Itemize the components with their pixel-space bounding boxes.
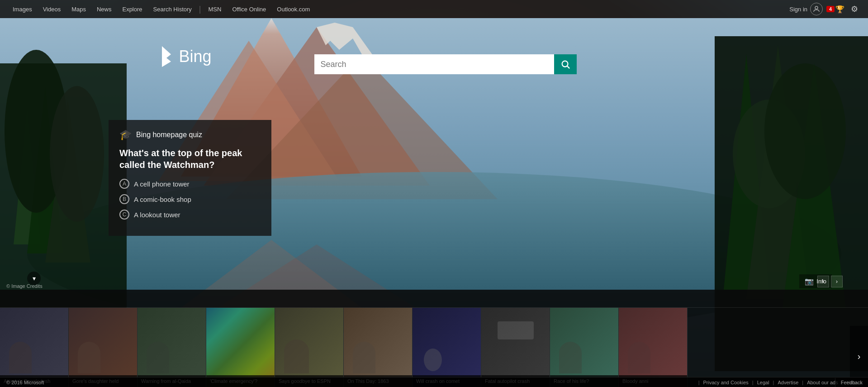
camera-icon: 📷: [805, 277, 814, 286]
option-c-text: A lookout tower: [134, 211, 180, 219]
search-input[interactable]: [314, 54, 554, 74]
option-b-circle: B: [119, 194, 129, 204]
user-icon: [810, 3, 823, 15]
nav-right: Sign in 4 🏆 ⚙: [789, 3, 861, 15]
search-area: Bing: [276, 54, 593, 74]
news-item-1[interactable]: Gore's daughter held: [69, 308, 138, 387]
news-item-8[interactable]: Race of his life?: [550, 308, 619, 387]
option-a-circle: A: [119, 179, 129, 189]
search-box: [314, 54, 577, 74]
news-item-2[interactable]: Warning from al-Qaida: [138, 308, 206, 387]
comet-shape: [424, 349, 442, 371]
option-a-text: A cell phone tower: [134, 180, 190, 188]
notification-icon: 🏆: [835, 5, 844, 14]
news-item-0[interactable]: Attack in Bangladesh: [0, 308, 69, 387]
thumb-silhouette: [284, 339, 309, 373]
strip-navigation: ‹ ›: [817, 276, 843, 287]
nav-divider: |: [199, 5, 201, 14]
svg-line-23: [567, 66, 569, 68]
image-credits[interactable]: © Image Credits: [6, 283, 43, 289]
svg-point-0: [815, 6, 818, 9]
news-item-7[interactable]: Fatal autopilot crash: [481, 308, 550, 387]
search-button[interactable]: [554, 54, 577, 74]
quiz-option-b[interactable]: B A comic-book shop: [119, 194, 261, 204]
nav-images[interactable]: Images: [7, 0, 38, 18]
quiz-title: Bing homepage quiz: [136, 131, 202, 139]
quiz-icon: 🎓: [119, 129, 132, 141]
news-item-9[interactable]: Bloody anni: [619, 308, 688, 387]
strip-prev-button[interactable]: ‹: [817, 276, 829, 287]
quiz-option-a[interactable]: A A cell phone tower: [119, 179, 261, 189]
thumb-silhouette: [9, 342, 32, 373]
top-navigation: Images Videos Maps News Explore Search H…: [0, 0, 868, 18]
svg-point-22: [562, 61, 568, 67]
thumb-silhouette: [353, 342, 375, 373]
nav-outlook[interactable]: Outlook.com: [271, 0, 315, 18]
bing-logo-text: Bing: [179, 47, 212, 66]
svg-point-19: [764, 63, 846, 199]
notification-count: 4: [826, 6, 835, 12]
page-footer: © 2016 Microsoft | Privacy and Cookies |…: [0, 377, 868, 387]
sign-in-button[interactable]: Sign in: [789, 3, 823, 15]
nav-news[interactable]: News: [91, 0, 117, 18]
footer-privacy[interactable]: Privacy and Cookies: [700, 380, 752, 385]
sign-in-label: Sign in: [789, 6, 807, 13]
news-item-4[interactable]: Says goodbye to ESPN: [275, 308, 344, 387]
bing-logo: Bing: [158, 45, 212, 68]
nav-search-history[interactable]: Search History: [148, 0, 197, 18]
footer-credits: © 2016 Microsoft: [6, 380, 44, 385]
nav-videos[interactable]: Videos: [38, 0, 66, 18]
nav-office[interactable]: Office Online: [227, 0, 271, 18]
nav-links-left: Images Videos Maps News Explore Search H…: [7, 0, 315, 18]
news-item-3[interactable]: 'Climate emergency'?: [206, 308, 275, 387]
footer-legal[interactable]: Legal: [754, 380, 773, 385]
thumb-silhouette: [147, 342, 169, 373]
quiz-option-c[interactable]: C A lookout tower: [119, 210, 261, 220]
notification-badge[interactable]: 4 🏆: [826, 5, 844, 14]
news-item-6[interactable]: Will crash on comet: [413, 308, 481, 387]
settings-button[interactable]: ⚙: [848, 4, 861, 14]
quiz-question: What's at the top of the peak called the…: [119, 147, 261, 171]
bing-logo-icon: [158, 45, 176, 68]
thumb-silhouette: [559, 342, 582, 373]
nav-msn[interactable]: MSN: [203, 0, 227, 18]
footer-advertise[interactable]: Advertise: [774, 380, 802, 385]
quiz-card: 🎓 Bing homepage quiz What's at the top o…: [109, 120, 271, 236]
news-items-container: Attack in Bangladesh Gore's daughter hel…: [0, 308, 868, 387]
feedback-button[interactable]: Feedback: [835, 378, 868, 387]
thumb-silhouette: [628, 342, 650, 373]
news-item-5[interactable]: On This Day: 1863: [344, 308, 413, 387]
strip-next-button[interactable]: ›: [831, 276, 843, 287]
news-strip-top: [0, 290, 868, 308]
option-b-text: A comic-book shop: [134, 196, 191, 203]
news-strip: Attack in Bangladesh Gore's daughter hel…: [0, 290, 868, 387]
quiz-header: 🎓 Bing homepage quiz: [119, 129, 261, 141]
option-c-circle: C: [119, 210, 129, 220]
nav-maps[interactable]: Maps: [66, 0, 91, 18]
thumb-silhouette: [78, 342, 100, 373]
nav-explore[interactable]: Explore: [117, 0, 147, 18]
tesla-logo: [498, 321, 534, 339]
svg-point-21: [50, 86, 104, 222]
